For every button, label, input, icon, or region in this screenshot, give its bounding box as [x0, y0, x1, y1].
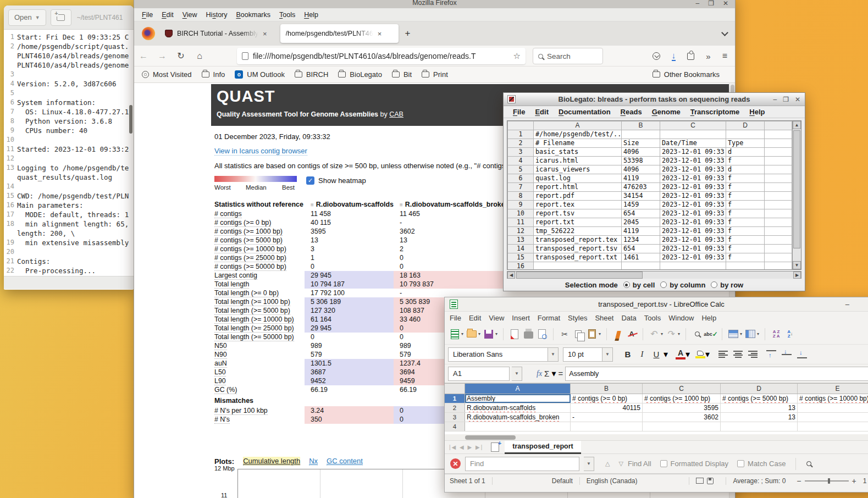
sort-icon[interactable]: A ZZ A: [771, 329, 782, 340]
grid-cell[interactable]: [622, 262, 660, 269]
sort-ascending-icon[interactable]: AZ↓: [784, 329, 795, 340]
highlight-color-button[interactable]: [695, 350, 705, 358]
bookmark-info[interactable]: Info: [202, 70, 225, 79]
column-header-d[interactable]: D: [721, 384, 798, 394]
page-style[interactable]: Default: [552, 477, 573, 485]
row-number[interactable]: 11: [507, 218, 534, 227]
paste-icon[interactable]: [587, 329, 598, 340]
align-top-button[interactable]: ↑: [766, 350, 776, 358]
grid-cell[interactable]: Type: [726, 139, 765, 148]
font-name-select[interactable]: Liberation Sans: [448, 347, 548, 362]
row-number[interactable]: 4: [507, 157, 534, 165]
row-number[interactable]: 9: [507, 201, 534, 209]
calc-horizontal-scrollbar[interactable]: [445, 434, 868, 441]
formula-input[interactable]: Assembly: [565, 367, 868, 381]
plot-link-cumulative-length[interactable]: Cumulative length: [243, 457, 300, 466]
align-right-button[interactable]: [748, 351, 758, 358]
insert-column-icon[interactable]: [745, 329, 756, 340]
scroll-left-icon[interactable]: ◀: [507, 272, 515, 279]
grid-cell[interactable]: d: [726, 165, 765, 174]
add-sheet-icon[interactable]: [491, 442, 499, 452]
menu-edit[interactable]: Edit: [465, 314, 485, 322]
cell-D1[interactable]: # contigs (>= 5000 bp): [721, 394, 798, 403]
downloads-icon[interactable]: ↓: [672, 52, 676, 61]
horizontal-scrollbar[interactable]: ◀ ▶: [507, 271, 801, 279]
row-number[interactable]: 15: [507, 253, 534, 262]
row-number[interactable]: 10: [507, 209, 534, 218]
underline-button[interactable]: U: [649, 350, 664, 359]
italic-button[interactable]: I: [635, 350, 649, 359]
print-preview-icon[interactable]: [537, 329, 548, 340]
sheet-tab[interactable]: transposed_report: [505, 441, 580, 454]
grid-cell[interactable]: 2023-12-01 09:33: [660, 218, 726, 227]
cell-B3[interactable]: -: [571, 413, 643, 422]
insert-row-icon[interactable]: [728, 329, 739, 340]
url-bar[interactable]: file:///home/psgendb/test/PLNT4610/as4/b…: [237, 48, 526, 64]
grid-cell[interactable]: 4119: [622, 227, 660, 236]
cell-A4[interactable]: [465, 422, 571, 431]
radio-by-cell[interactable]: by cell: [623, 281, 655, 289]
grid-cell[interactable]: f: [726, 218, 765, 227]
column-header-c[interactable]: C: [660, 121, 726, 130]
scrollbar-thumb[interactable]: [516, 272, 643, 279]
sum-dropdown-icon[interactable]: ▾: [551, 368, 556, 379]
menu-edit[interactable]: Edit: [530, 108, 554, 116]
menu-file[interactable]: File: [137, 11, 157, 19]
font-color-button[interactable]: A: [676, 349, 685, 359]
other-bookmarks[interactable]: Other Bookmarks: [653, 70, 720, 79]
function-wizard-icon[interactable]: fx: [537, 369, 542, 378]
grid-cell[interactable]: 2023-12-01 09:33: [660, 201, 726, 209]
row-number[interactable]: 2: [445, 403, 465, 412]
grid-cell[interactable]: 2045: [622, 218, 660, 227]
grid-cell[interactable]: f: [726, 183, 765, 192]
menu-styles[interactable]: Styles: [564, 314, 591, 322]
grid-cell[interactable]: quast.log: [534, 174, 622, 183]
row-number[interactable]: 3: [445, 413, 465, 422]
column-header-e[interactable]: E: [798, 384, 868, 394]
undo-icon[interactable]: ↶: [649, 329, 660, 340]
center-vertically-button[interactable]: ↓: [782, 350, 792, 358]
new-document-button[interactable]: [51, 9, 71, 26]
row-number[interactable]: 12: [507, 227, 534, 236]
font-size-select[interactable]: 10 pt: [563, 347, 602, 362]
firefox-logo-icon[interactable]: [142, 27, 155, 40]
grid-cell[interactable]: f: [726, 253, 765, 262]
menu-help[interactable]: Help: [300, 11, 323, 19]
grid-cell[interactable]: 4096: [622, 165, 660, 174]
find-history-dropdown-icon[interactable]: ▼: [584, 457, 594, 471]
grid-cell[interactable]: report.txt: [534, 218, 622, 227]
forward-icon[interactable]: →: [153, 51, 172, 61]
grid-cell[interactable]: 2023-12-01 09:33: [660, 157, 726, 165]
grid-cell[interactable]: 4096: [622, 148, 660, 157]
font-name-dropdown-icon[interactable]: ▼: [548, 347, 559, 362]
plot-link-nx[interactable]: Nx: [309, 457, 318, 466]
grid-cell[interactable]: icarus_viewers: [534, 165, 622, 174]
row-number[interactable]: 5: [507, 165, 534, 174]
row-number[interactable]: 2: [507, 139, 534, 148]
icarus-link[interactable]: View in Icarus contig browser: [214, 147, 307, 156]
cell-A3[interactable]: R.diobovatum-scaffolds_broken: [465, 413, 571, 422]
language[interactable]: English (Canada): [587, 477, 638, 485]
grid-cell[interactable]: transposed_report.tex: [534, 236, 622, 245]
scrollbar-thumb[interactable]: [793, 130, 800, 248]
grid-cell[interactable]: transposed_report.txt: [534, 253, 622, 262]
extensions-icon[interactable]: [687, 53, 694, 60]
grid-cell[interactable]: 2023-12-01 09:33: [660, 253, 726, 262]
bold-button[interactable]: B: [621, 350, 635, 359]
close-find-icon[interactable]: ✕: [450, 458, 461, 469]
grid-cell[interactable]: icarus.html: [534, 157, 622, 165]
cell-C1[interactable]: # contigs (>= 1000 bp): [643, 394, 721, 403]
minimize-button[interactable]: –: [773, 96, 777, 103]
column-header-d[interactable]: D: [726, 121, 765, 130]
match-case-checkbox[interactable]: Match Case: [737, 460, 786, 468]
cell-C4[interactable]: [643, 422, 721, 431]
find-next-icon[interactable]: ▽: [618, 460, 623, 467]
grid-cell[interactable]: f: [726, 157, 765, 165]
grid-cell[interactable]: 34154: [622, 192, 660, 201]
cell-B2[interactable]: 40115: [571, 403, 643, 412]
column-header-a[interactable]: A: [465, 384, 571, 394]
row-number[interactable]: 16: [507, 262, 534, 269]
overflow-menu-icon[interactable]: »: [706, 52, 710, 61]
menu-reads[interactable]: Reads: [616, 108, 647, 116]
grid-cell[interactable]: report.tsv: [534, 209, 622, 218]
